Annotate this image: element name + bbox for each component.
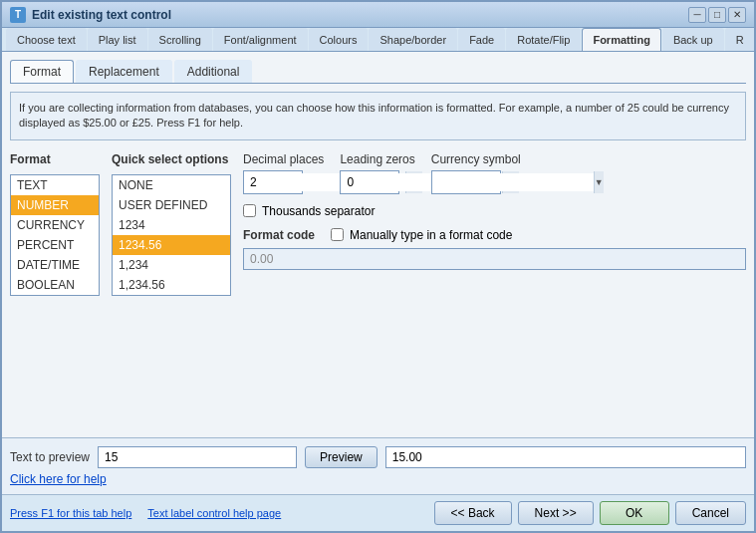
manually-type-row: Manually type in a format code: [331, 228, 512, 242]
click-here-link[interactable]: Click here for help: [10, 472, 107, 486]
quick-select-label: Quick select options: [112, 152, 231, 166]
tab-fade[interactable]: Fade: [458, 28, 505, 51]
manually-type-checkbox[interactable]: [331, 228, 344, 241]
thousands-separator-label: Thousands separator: [262, 204, 375, 218]
sub-tab-bar: Format Replacement Additional: [10, 60, 746, 84]
tab-scrolling[interactable]: Scrolling: [148, 28, 212, 51]
quick-item-1234-56-comma[interactable]: 1,234.56: [113, 275, 230, 295]
currency-symbol-dropdown[interactable]: ▼: [431, 170, 501, 194]
quick-item-1234-56[interactable]: 1234.56: [113, 235, 230, 255]
leading-zeros-spinner[interactable]: ▲ ▼: [340, 170, 399, 194]
manually-type-label: Manually type in a format code: [350, 228, 512, 242]
maximize-button[interactable]: □: [708, 7, 726, 23]
window-title: Edit existing text control: [32, 8, 171, 22]
thousands-separator-checkbox[interactable]: [243, 204, 256, 217]
preview-result: 15.00: [385, 446, 746, 468]
decimal-places-spinner[interactable]: ▲ ▼: [243, 170, 303, 194]
quick-item-1234[interactable]: 1234: [113, 215, 230, 235]
footer-buttons: << Back Next >> OK Cancel: [434, 501, 746, 525]
quick-select-list: NONE USER DEFINED 1234 1234.56 1,234 1,2…: [112, 174, 231, 296]
thousands-separator-row: Thousands separator: [243, 204, 746, 218]
tab-back-up[interactable]: Back up: [662, 28, 724, 51]
list-item-boolean[interactable]: BOOLEAN: [11, 275, 99, 295]
decimal-places-label: Decimal places: [243, 152, 324, 166]
quick-item-1234-comma[interactable]: 1,234: [113, 255, 230, 275]
preview-row: Text to preview Preview 15.00: [10, 446, 746, 468]
currency-symbol-arrow[interactable]: ▼: [594, 171, 604, 193]
main-window: T Edit existing text control ─ □ ✕ Choos…: [0, 0, 756, 533]
text-label-help-link[interactable]: Text label control help page: [147, 507, 281, 519]
list-item-number[interactable]: NUMBER: [11, 195, 99, 215]
list-item-text[interactable]: TEXT: [11, 175, 99, 195]
tab-rotate-flip[interactable]: Rotate/Flip: [506, 28, 581, 51]
cancel-button[interactable]: Cancel: [675, 501, 746, 525]
close-button[interactable]: ✕: [728, 7, 746, 23]
leading-zeros-group: Leading zeros ▲ ▼: [340, 152, 414, 194]
tab-colours[interactable]: Colours: [309, 28, 369, 51]
minimize-button[interactable]: ─: [688, 7, 706, 23]
footer: Press F1 for this tab help Text label co…: [2, 494, 754, 531]
preview-button[interactable]: Preview: [305, 446, 378, 468]
options-section: Decimal places ▲ ▼ Leading zeros: [243, 152, 746, 429]
info-text: If you are collecting information from d…: [19, 102, 729, 129]
tab-font-alignment[interactable]: Font/alignment: [213, 28, 308, 51]
info-box: If you are collecting information from d…: [10, 92, 746, 140]
currency-symbol-input[interactable]: [432, 173, 594, 191]
quick-item-none[interactable]: NONE: [113, 175, 230, 195]
quick-select-section: Quick select options NONE USER DEFINED 1…: [112, 152, 231, 429]
list-item-currency[interactable]: CURRENCY: [11, 215, 99, 235]
format-code-input[interactable]: [243, 248, 746, 270]
footer-links: Press F1 for this tab help Text label co…: [10, 507, 281, 519]
sub-tab-format[interactable]: Format: [10, 60, 74, 83]
decimal-places-group: Decimal places ▲ ▼: [243, 152, 324, 194]
leading-zeros-label: Leading zeros: [340, 152, 414, 166]
next-button[interactable]: Next >>: [518, 501, 594, 525]
format-section-label: Format: [10, 152, 100, 166]
back-button[interactable]: << Back: [434, 501, 512, 525]
sub-tab-replacement[interactable]: Replacement: [76, 60, 172, 83]
tab-play-list[interactable]: Play list: [88, 28, 147, 51]
format-code-label: Format code: [243, 228, 315, 242]
list-item-percent[interactable]: PERCENT: [11, 235, 99, 255]
ok-button[interactable]: OK: [600, 501, 669, 525]
format-list: TEXT NUMBER CURRENCY PERCENT DATE/TIME B…: [10, 174, 100, 296]
currency-symbol-label: Currency symbol: [431, 152, 521, 166]
text-to-preview-label: Text to preview: [10, 450, 90, 464]
tab-shape-border[interactable]: Shape/border: [369, 28, 457, 51]
main-tab-bar: Choose text Play list Scrolling Font/ali…: [2, 28, 754, 52]
options-row-1: Decimal places ▲ ▼ Leading zeros: [243, 152, 746, 194]
tab-formatting[interactable]: Formatting: [582, 28, 660, 51]
format-list-section: Format TEXT NUMBER CURRENCY PERCENT DATE…: [10, 152, 100, 429]
currency-symbol-group: Currency symbol ▼: [431, 152, 521, 194]
tab-r[interactable]: R: [725, 28, 754, 51]
format-code-section: Format code Manually type in a format co…: [243, 228, 746, 270]
tab-choose-text[interactable]: Choose text: [6, 28, 87, 51]
content-area: Format TEXT NUMBER CURRENCY PERCENT DATE…: [10, 152, 746, 429]
title-bar: T Edit existing text control ─ □ ✕: [2, 2, 754, 28]
window-icon: T: [10, 7, 26, 23]
preview-input[interactable]: [98, 446, 297, 468]
list-item-datetime[interactable]: DATE/TIME: [11, 255, 99, 275]
sub-tab-additional[interactable]: Additional: [174, 60, 253, 83]
quick-item-user-defined[interactable]: USER DEFINED: [113, 195, 230, 215]
f1-help-link[interactable]: Press F1 for this tab help: [10, 507, 131, 519]
bottom-section: Text to preview Preview 15.00 Click here…: [2, 437, 754, 494]
main-content: Format Replacement Additional If you are…: [2, 52, 754, 437]
